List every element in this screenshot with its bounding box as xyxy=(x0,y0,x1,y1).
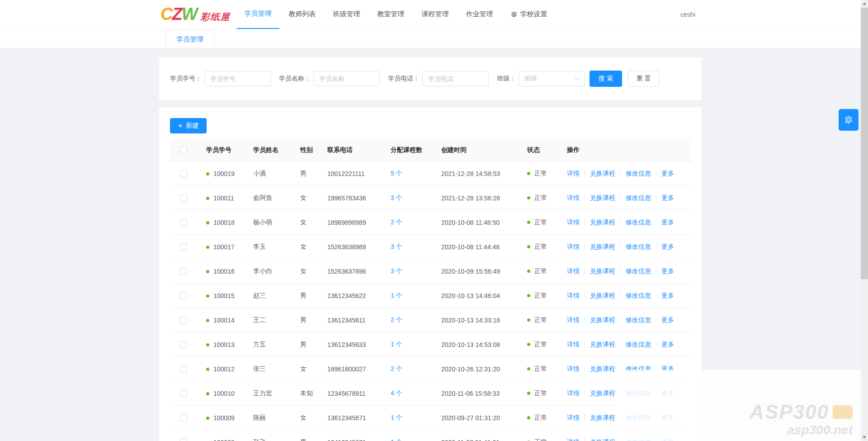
watermark-brand: ASP300 xyxy=(750,402,829,422)
nav-item[interactable]: 学校设置 xyxy=(503,0,555,29)
action-divider xyxy=(585,390,585,396)
row-checkbox[interactable] xyxy=(180,292,187,299)
search-button[interactable]: 搜 索 xyxy=(590,71,622,87)
app-logo[interactable]: C Z W 彩纸屋 xyxy=(160,5,231,23)
row-checkbox[interactable] xyxy=(180,170,187,177)
status-label: 正常 xyxy=(534,316,547,323)
action-detail[interactable]: 详情 xyxy=(567,341,580,348)
action-edit-info[interactable]: 修改信息 xyxy=(626,170,651,177)
action-detail[interactable]: 详情 xyxy=(567,170,580,177)
action-edit-info[interactable]: 修改信息 xyxy=(626,341,651,348)
row-checkbox[interactable] xyxy=(180,219,187,226)
action-edit-info[interactable]: 修改信息 xyxy=(626,292,651,299)
class-select[interactable]: 班级 xyxy=(519,71,585,86)
nav-item[interactable]: 课程管理 xyxy=(414,0,457,29)
row-checkbox[interactable] xyxy=(180,439,187,441)
user-name[interactable]: ceshi xyxy=(680,11,695,18)
settings-fab[interactable] xyxy=(839,109,859,131)
reset-button[interactable]: 重 置 xyxy=(628,71,660,87)
filter-label: 学员学号： xyxy=(170,75,202,83)
scroll-down-arrow[interactable] xyxy=(861,434,868,441)
nav-item[interactable]: 教室管理 xyxy=(370,0,412,29)
scroll-up-arrow[interactable] xyxy=(861,0,868,7)
action-exchange-course[interactable]: 兑换课程 xyxy=(590,243,615,250)
action-edit-info[interactable]: 修改信息 xyxy=(626,316,651,323)
action-edit-info[interactable]: 修改信息 xyxy=(626,243,651,250)
select-all-checkbox[interactable] xyxy=(180,147,187,154)
row-checkbox[interactable] xyxy=(180,365,187,373)
filter-input[interactable] xyxy=(313,71,380,86)
action-detail[interactable]: 详情 xyxy=(567,389,580,397)
action-detail[interactable]: 详情 xyxy=(567,414,580,421)
courses-count-link[interactable]: 1 个 xyxy=(391,292,402,299)
courses-count-link[interactable]: 5 个 xyxy=(391,170,402,177)
action-exchange-course[interactable]: 兑换课程 xyxy=(590,267,615,275)
courses-count-link[interactable]: 2 个 xyxy=(391,365,402,372)
courses-count-link[interactable]: 2 个 xyxy=(391,316,402,323)
action-more[interactable]: 更多 xyxy=(661,267,674,275)
courses-count-link[interactable]: 3 个 xyxy=(391,267,402,275)
action-detail[interactable]: 详情 xyxy=(567,292,580,299)
action-exchange-course[interactable]: 兑换课程 xyxy=(590,341,615,348)
table-row: 100013 方五 男 13612345633 1 个 2020-10-13 1… xyxy=(170,332,691,357)
row-checkbox[interactable] xyxy=(180,317,187,324)
action-exchange-course[interactable]: 兑换课程 xyxy=(590,316,615,323)
action-exchange-course[interactable]: 兑换课程 xyxy=(590,438,615,441)
app-header: C Z W 彩纸屋 学员管理 教师列表 班级管理 教室管理 课程管理 作业管理 … xyxy=(0,0,861,29)
nav-item[interactable]: 班级管理 xyxy=(326,0,368,29)
courses-count-link[interactable]: 1 个 xyxy=(391,341,402,348)
action-edit-info[interactable]: 修改信息 xyxy=(626,267,651,275)
row-checkbox[interactable] xyxy=(180,390,187,397)
tab-student-management[interactable]: 学员管理 xyxy=(165,30,214,48)
action-detail[interactable]: 详情 xyxy=(567,438,580,441)
action-more[interactable]: 更多 xyxy=(661,170,674,177)
action-detail[interactable]: 详情 xyxy=(567,365,580,372)
action-exchange-course[interactable]: 兑换课程 xyxy=(590,389,615,397)
row-checkbox[interactable] xyxy=(180,341,187,348)
filter-input[interactable] xyxy=(204,71,271,86)
active-dot-icon xyxy=(206,343,209,346)
action-exchange-course[interactable]: 兑换课程 xyxy=(590,414,615,421)
courses-count-link[interactable]: 4 个 xyxy=(391,389,402,397)
action-divider xyxy=(585,170,585,176)
scrollbar[interactable] xyxy=(861,0,868,441)
action-more[interactable]: 更多 xyxy=(661,341,674,348)
action-more[interactable]: 更多 xyxy=(661,194,674,201)
action-edit-info[interactable]: 修改信息 xyxy=(626,194,651,201)
action-exchange-course[interactable]: 兑换课程 xyxy=(590,218,615,226)
action-detail[interactable]: 详情 xyxy=(567,243,580,250)
row-checkbox[interactable] xyxy=(180,194,187,202)
nav-item[interactable]: 教师列表 xyxy=(281,0,324,29)
action-exchange-course[interactable]: 兑换课程 xyxy=(590,170,615,177)
action-exchange-course[interactable]: 兑换课程 xyxy=(590,292,615,299)
filter-input[interactable] xyxy=(422,71,489,86)
cell-status: 正常 xyxy=(520,341,560,349)
create-button[interactable]: + 新建 xyxy=(170,118,207,133)
nav-item[interactable]: 学员管理 xyxy=(237,0,279,29)
action-exchange-course[interactable]: 兑换课程 xyxy=(590,194,615,201)
courses-count-link[interactable]: 1 个 xyxy=(391,438,402,441)
action-more[interactable]: 更多 xyxy=(661,316,674,323)
action-more[interactable]: 更多 xyxy=(661,243,674,250)
nav-item[interactable]: 作业管理 xyxy=(458,0,501,29)
cell-created-time: 2020-11-07 01:41:31 xyxy=(434,439,520,441)
action-more[interactable]: 更多 xyxy=(661,218,674,226)
action-exchange-course[interactable]: 兑换课程 xyxy=(590,365,615,372)
courses-count-link[interactable]: 3 个 xyxy=(391,243,402,250)
action-detail[interactable]: 详情 xyxy=(567,194,580,201)
action-detail[interactable]: 详情 xyxy=(567,267,580,275)
cell-gender: 男 xyxy=(293,341,320,349)
courses-count-link[interactable]: 2 个 xyxy=(391,218,402,226)
row-checkbox[interactable] xyxy=(180,414,187,422)
action-detail[interactable]: 详情 xyxy=(567,316,580,323)
courses-count-link[interactable]: 1 个 xyxy=(391,414,402,421)
student-id: 100015 xyxy=(213,292,235,299)
action-more[interactable]: 更多 xyxy=(661,292,674,299)
action-detail[interactable]: 详情 xyxy=(567,218,580,226)
scrollbar-thumb[interactable] xyxy=(861,8,868,279)
row-checkbox[interactable] xyxy=(180,268,187,275)
row-checkbox[interactable] xyxy=(180,243,187,251)
courses-count-link[interactable]: 3 个 xyxy=(391,194,402,201)
action-edit-info[interactable]: 修改信息 xyxy=(626,218,651,226)
action-divider xyxy=(620,317,621,323)
